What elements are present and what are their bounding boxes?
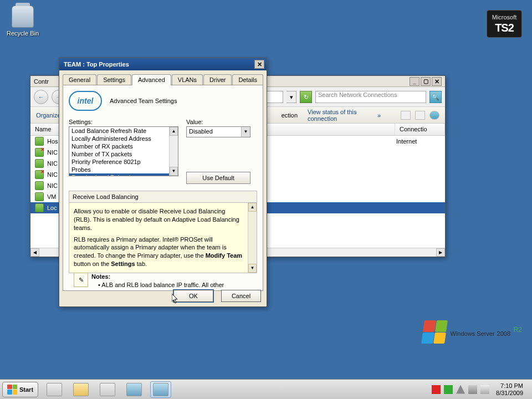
col-connection[interactable]: Connectio — [395, 124, 445, 135]
scroll-up-icon[interactable]: ▲ — [248, 203, 257, 212]
settings-item[interactable]: Load Balance Refresh Rate — [69, 127, 178, 135]
ts2-badge: Microsoft TS2 — [487, 10, 522, 38]
description-title: Receive Load Balancing — [69, 191, 257, 202]
tray-clock[interactable]: 7:10 PM 8/31/2009 — [493, 382, 526, 396]
tray-alert-icon[interactable] — [432, 385, 441, 394]
system-tray: 7:10 PM 8/31/2009 — [428, 382, 530, 396]
dialog-close-button[interactable]: ✕ — [254, 60, 264, 69]
network-adapter-icon — [35, 203, 44, 212]
desc-paragraph-1: Allows you to enable or disable Receive … — [74, 207, 244, 232]
refresh-button[interactable]: ↻ — [300, 91, 312, 103]
listbox-scrollbar[interactable]: ▲ ▼ — [169, 127, 178, 176]
scroll-left-icon[interactable]: ◀ — [30, 248, 39, 257]
help-icon[interactable] — [429, 111, 439, 120]
clock-date: 8/31/2009 — [496, 390, 523, 396]
scroll-down-icon[interactable]: ▼ — [248, 264, 257, 273]
recycle-bin-label: Recycle Bin — [7, 30, 39, 37]
network-adapter-icon — [35, 170, 44, 179]
tray-icon-2[interactable] — [444, 385, 453, 394]
search-input[interactable]: Search Network Connections — [315, 91, 426, 103]
ts2-top: Microsoft — [487, 14, 521, 21]
network-adapter-icon — [35, 181, 44, 190]
search-button[interactable]: 🔍 — [429, 91, 442, 103]
tab-strip: GeneralSettingsAdvancedVLANsDriverDetail… — [59, 70, 267, 85]
settings-item[interactable]: Priority Preference 8021p — [69, 158, 178, 166]
settings-item[interactable]: Number of RX packets — [69, 142, 178, 150]
preview-pane-icon[interactable] — [415, 111, 425, 120]
organize-menu[interactable]: Organize — [36, 112, 61, 119]
start-button[interactable]: Start — [2, 382, 38, 397]
tab-driver[interactable]: Driver — [203, 74, 232, 85]
tray-volume-icon[interactable] — [480, 385, 489, 394]
value-combobox[interactable]: Disabled ▼ — [186, 126, 250, 137]
taskbar-app-3[interactable] — [97, 381, 118, 398]
settings-label: Settings: — [69, 119, 178, 125]
taskbar-app-4[interactable] — [124, 381, 145, 398]
settings-item[interactable]: Probes — [69, 166, 178, 173]
taskbar-network-connections[interactable] — [150, 381, 171, 398]
use-default-button[interactable]: Use Default — [186, 172, 250, 184]
network-adapter-icon — [35, 148, 44, 157]
tab-settings[interactable]: Settings — [97, 74, 131, 85]
minimize-button[interactable]: _ — [410, 77, 420, 86]
description-box: Allows you to enable or disable Receive … — [69, 202, 257, 273]
close-button[interactable]: ✕ — [432, 77, 442, 86]
taskbar: Start 7:10 PM 8/31/2009 — [0, 379, 532, 399]
toolbar-text-clip: ection — [282, 112, 298, 119]
recycle-bin[interactable]: Recycle Bin — [3, 6, 42, 37]
scroll-up-icon[interactable]: ▲ — [170, 127, 178, 136]
back-button[interactable]: ← — [34, 90, 48, 104]
notes-icon: ✎ — [74, 273, 88, 287]
value-text: Disabled — [187, 127, 241, 137]
notes-bullet: ALB and RLB load balance IP traffic. All… — [101, 282, 224, 288]
scroll-down-icon[interactable]: ▼ — [170, 167, 178, 176]
cancel-button[interactable]: Cancel — [221, 290, 261, 302]
address-dropdown[interactable]: ▾ — [287, 91, 296, 103]
taskbar-server-manager[interactable] — [44, 381, 65, 398]
tray-flag-icon[interactable] — [456, 385, 465, 394]
ok-button[interactable]: OK — [173, 290, 213, 302]
network-adapter-icon — [35, 192, 44, 201]
chevron-down-icon[interactable]: ▼ — [241, 127, 250, 137]
network-adapter-icon — [35, 159, 44, 168]
taskbar-explorer[interactable] — [70, 381, 91, 398]
nc-title: Contr — [34, 78, 49, 85]
notes-label: Notes: — [91, 273, 110, 280]
team-properties-dialog: TEAM : Top Properties ✕ GeneralSettingsA… — [59, 58, 267, 307]
maximize-button[interactable]: ▢ — [421, 77, 431, 86]
start-label: Start — [19, 386, 33, 393]
tab-vlans[interactable]: VLANs — [172, 74, 203, 85]
intel-logo-icon: intel — [69, 91, 102, 111]
windows-flag-icon — [421, 320, 448, 344]
settings-item[interactable]: Number of TX packets — [69, 150, 178, 158]
more-button[interactable]: » — [377, 112, 381, 119]
desc-scrollbar[interactable]: ▲ ▼ — [248, 203, 257, 273]
row-status: Internet — [396, 138, 441, 145]
windows-server-logo: Windows Server2008 R2 — [423, 320, 522, 344]
settings-listbox[interactable]: Load Balance Refresh RateLocally Adminis… — [69, 126, 178, 176]
mouse-cursor — [172, 294, 178, 304]
tab-general[interactable]: General — [63, 74, 96, 85]
tray-network-icon[interactable] — [468, 385, 477, 394]
network-adapter-icon — [35, 137, 44, 146]
panel-heading: Advanced Team Settings — [110, 98, 177, 104]
view-status-button[interactable]: View status of this connection — [308, 109, 367, 122]
desc-paragraph-2: RLB requires a Primary adapter. Intel® P… — [74, 236, 244, 268]
value-label: Value: — [186, 119, 257, 125]
settings-item[interactable]: Locally Administered Address — [69, 135, 178, 142]
ts2-main: TS2 — [487, 21, 521, 34]
view-mode-icon[interactable] — [401, 111, 411, 120]
start-flag-icon — [7, 385, 17, 395]
settings-item[interactable]: Receive Load Balancing — [69, 173, 178, 176]
tab-details[interactable]: Details — [232, 74, 263, 85]
dialog-title: TEAM : Top Properties — [62, 61, 253, 68]
scroll-right-icon[interactable]: ▶ — [436, 248, 445, 257]
clock-time: 7:10 PM — [496, 382, 523, 389]
tab-advanced[interactable]: Advanced — [132, 74, 171, 85]
ws-logo-text: Windows Server2008 R2 — [451, 326, 522, 339]
advanced-tab-panel: intel Advanced Team Settings Settings: L… — [63, 85, 263, 291]
recycle-bin-icon — [12, 6, 34, 28]
